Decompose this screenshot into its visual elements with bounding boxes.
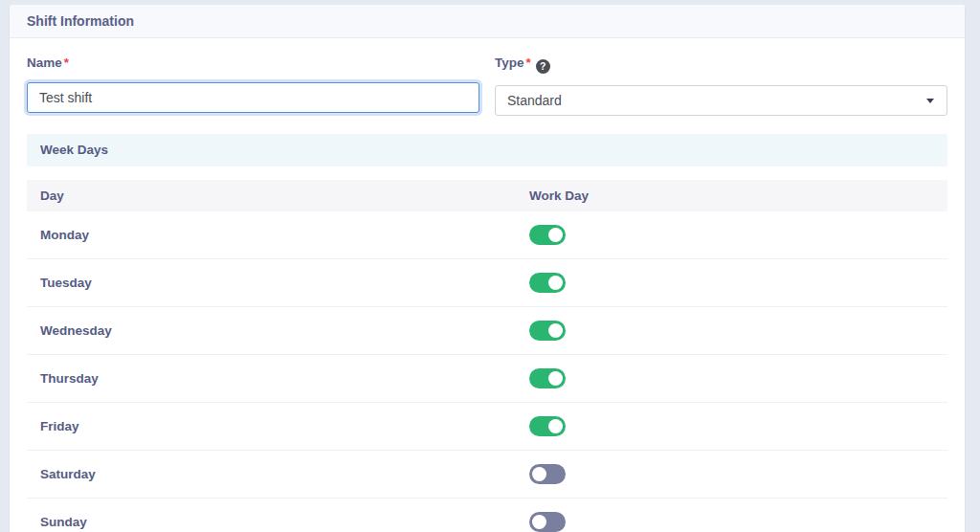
work-day-toggle[interactable]	[529, 368, 566, 388]
table-header-row: Day Work Day	[27, 180, 947, 211]
name-label: Name*	[27, 55, 479, 71]
type-field-group: Type*? Standard	[495, 55, 947, 116]
table-row: Sunday	[27, 499, 947, 532]
week-days-title: Week Days	[40, 143, 108, 157]
week-days-section-header: Week Days	[27, 134, 947, 166]
work-day-cell	[529, 464, 947, 484]
toggle-knob	[548, 276, 563, 290]
work-day-toggle[interactable]	[529, 225, 566, 245]
day-label: Wednesday	[40, 323, 112, 338]
work-day-cell	[529, 512, 947, 532]
work-day-toggle[interactable]	[529, 512, 566, 532]
table-row: Saturday	[27, 451, 947, 499]
toggle-knob	[532, 515, 546, 529]
name-field-group: Name*	[27, 55, 479, 116]
name-label-text: Name	[27, 55, 62, 70]
table-row: Tuesday	[27, 259, 947, 307]
toggle-knob	[548, 419, 563, 433]
table-row: Thursday	[27, 355, 947, 403]
column-header-work-day: Work Day	[529, 188, 947, 203]
work-day-cell	[529, 321, 947, 341]
chevron-down-icon	[926, 99, 934, 103]
table-row: Monday	[27, 211, 947, 259]
day-cell: Tuesday	[27, 276, 529, 290]
toggle-knob	[548, 371, 563, 386]
day-cell: Wednesday	[27, 323, 529, 338]
day-cell: Saturday	[27, 467, 529, 481]
table-body: Monday Tuesday Wednesday Thursda	[27, 211, 947, 532]
required-asterisk: *	[64, 55, 69, 70]
work-day-cell	[529, 225, 947, 245]
day-label: Tuesday	[40, 276, 92, 290]
work-day-cell	[529, 368, 947, 388]
day-cell: Monday	[27, 228, 529, 242]
card-header: Shift Information	[10, 5, 965, 38]
work-day-cell	[529, 416, 947, 436]
card-title: Shift Information	[27, 13, 134, 29]
day-cell: Thursday	[27, 371, 529, 386]
day-label: Thursday	[40, 371, 99, 386]
table-row: Wednesday	[27, 307, 947, 355]
type-label-text: Type	[495, 55, 524, 70]
work-day-cell	[529, 273, 947, 293]
day-label: Saturday	[40, 467, 96, 481]
week-days-table: Day Work Day Monday Tuesday Wednesday	[27, 180, 947, 532]
required-asterisk: *	[526, 55, 531, 70]
type-select-value: Standard	[507, 93, 562, 108]
work-day-toggle[interactable]	[529, 273, 566, 293]
question-circle-icon[interactable]: ?	[536, 59, 550, 74]
day-label: Friday	[40, 419, 79, 433]
day-label: Sunday	[40, 515, 87, 529]
toggle-knob	[532, 467, 546, 481]
work-day-toggle[interactable]	[529, 321, 566, 341]
toggle-knob	[548, 323, 563, 338]
toggle-knob	[548, 228, 563, 242]
name-input[interactable]	[27, 82, 479, 113]
card-body: Name* Type*? Standard Week Days Day Work…	[10, 38, 965, 532]
work-day-toggle[interactable]	[529, 464, 566, 484]
form-row: Name* Type*? Standard	[27, 55, 947, 116]
day-cell: Sunday	[27, 515, 529, 529]
table-row: Friday	[27, 403, 947, 451]
day-cell: Friday	[27, 419, 529, 433]
work-day-toggle[interactable]	[529, 416, 566, 436]
shift-information-card: Shift Information Name* Type*? Standard	[10, 5, 965, 532]
day-label: Monday	[40, 228, 89, 242]
type-select[interactable]: Standard	[495, 85, 947, 116]
column-header-day: Day	[27, 188, 529, 203]
type-label: Type*?	[495, 55, 947, 74]
